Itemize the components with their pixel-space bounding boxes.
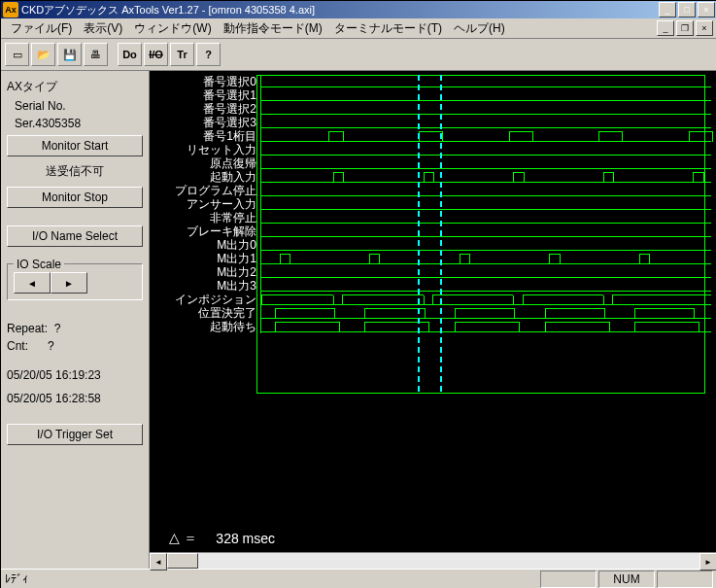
signal-label: インポジション — [150, 293, 260, 306]
scroll-left-button[interactable]: ◄ — [150, 553, 167, 571]
tr-button[interactable]: Tr — [170, 43, 194, 66]
signal-label: M出力2 — [150, 265, 260, 279]
signal-waveform — [260, 279, 711, 293]
scale-left-button[interactable]: ◄ — [14, 272, 51, 294]
signal-label: 番号選択2 — [150, 102, 260, 116]
signal-row: 番号選択2 — [150, 102, 711, 116]
minimize-button[interactable]: _ — [659, 2, 676, 17]
signal-waveform — [260, 116, 711, 129]
signal-waveform — [260, 75, 711, 88]
signal-row: 番号選択0 — [150, 75, 711, 88]
waveform-display[interactable]: 番号選択0番号選択1番号選択2番号選択3番号1桁目リセット入力原点復帰起動入力プ… — [150, 71, 716, 525]
signal-waveform — [260, 238, 711, 252]
help-button[interactable]: ? — [196, 43, 221, 66]
signal-label: ブレーキ解除 — [150, 225, 260, 238]
signal-row: 原点復帰 — [150, 156, 711, 170]
delta-symbol: △ ＝ — [169, 530, 197, 547]
signal-label: 起動入力 — [150, 170, 260, 184]
signal-waveform — [260, 211, 711, 225]
signal-row: 番号選択3 — [150, 116, 711, 129]
timeline-area: 番号選択0番号選択1番号選択2番号選択3番号1桁目リセット入力原点復帰起動入力プ… — [150, 71, 716, 569]
menu-view[interactable]: 表示(V) — [78, 18, 128, 39]
app-icon: Ax — [3, 2, 18, 17]
sidebar: AXタイプ Serial No. Ser.4305358 Monitor Sta… — [1, 71, 150, 569]
signal-row: M出力3 — [150, 279, 711, 293]
serial-label: Serial No. — [7, 99, 143, 113]
signal-label: M出力3 — [150, 279, 260, 293]
repeat-value: ? — [54, 322, 61, 335]
signal-waveform — [260, 265, 711, 279]
signal-waveform — [260, 156, 711, 170]
signal-row: M出力0 — [150, 238, 711, 252]
signal-waveform — [260, 293, 711, 306]
child-close-button[interactable]: × — [696, 20, 713, 36]
signal-waveform — [260, 197, 711, 211]
cnt-label: Cnt: — [7, 339, 28, 353]
io-scale-title: IO Scale — [14, 258, 64, 271]
signal-row: 起動待ち — [150, 320, 711, 333]
io-name-select-button[interactable]: I/O Name Select — [7, 225, 143, 247]
io-button[interactable]: I/O — [144, 43, 168, 66]
signal-row: 非常停止 — [150, 211, 711, 225]
status-ready: ﾚﾃﾞｨ — [5, 572, 28, 586]
statusbar: ﾚﾃﾞｨ NUM — [1, 569, 716, 588]
serial-value: Ser.4305358 — [7, 117, 143, 130]
status-cell-1 — [540, 571, 597, 588]
signal-label: 位置決完了 — [150, 306, 260, 320]
signal-label: M出力0 — [150, 238, 260, 252]
scroll-track[interactable] — [198, 553, 699, 569]
signal-label: 番号1桁目 — [150, 129, 260, 143]
menu-window[interactable]: ウィンドウ(W) — [128, 18, 217, 39]
monitor-stop-button[interactable]: Monitor Stop — [7, 187, 143, 208]
maximize-button[interactable]: □ — [678, 2, 696, 17]
signal-waveform — [260, 129, 711, 143]
signal-waveform — [260, 88, 711, 102]
time-cursor[interactable] — [418, 75, 420, 392]
delta-readout: △ ＝ 328 msec — [150, 525, 716, 552]
menu-opmode[interactable]: 動作指令モード(M) — [218, 18, 328, 39]
time-cursor[interactable] — [440, 75, 442, 392]
open-icon: 📂 — [37, 49, 51, 61]
scale-right-button[interactable]: ► — [51, 272, 87, 294]
signal-row: リセット入力 — [150, 143, 711, 156]
save-button[interactable]: 💾 — [57, 43, 82, 66]
repeat-label: Repeat: — [7, 322, 48, 335]
io-scale-group: IO Scale ◄ ► — [7, 263, 143, 300]
signal-label: 原点復帰 — [150, 156, 260, 170]
timestamp-2: 05/20/05 16:28:58 — [7, 392, 143, 405]
status-cell-3 — [657, 571, 713, 588]
menu-help[interactable]: ヘルプ(H) — [448, 18, 511, 39]
signal-label: 非常停止 — [150, 211, 260, 225]
signal-label: リセット入力 — [150, 143, 260, 156]
titlebar: Ax CKDアブソデックス AxTools Ver1.27 - [omron 4… — [1, 1, 716, 18]
window-title: CKDアブソデックス AxTools Ver1.27 - [omron 4305… — [21, 3, 659, 17]
signal-row: 番号1桁目 — [150, 129, 711, 143]
signal-label: 起動待ち — [150, 320, 260, 333]
status-num: NUM — [598, 571, 655, 588]
menu-termmode[interactable]: ターミナルモード(T) — [328, 18, 448, 39]
timestamp-1: 05/20/05 16:19:23 — [7, 368, 143, 382]
signal-label: 番号選択3 — [150, 116, 260, 129]
signal-row: 位置決完了 — [150, 306, 711, 320]
cnt-value: ? — [48, 339, 54, 353]
signal-row: インポジション — [150, 293, 711, 306]
new-button[interactable]: ▭ — [5, 43, 29, 66]
do-button[interactable]: Do — [118, 43, 142, 66]
io-trigger-set-button[interactable]: I/O Trigger Set — [7, 424, 143, 445]
print-button[interactable]: 🖶 — [84, 43, 108, 66]
open-button[interactable]: 📂 — [31, 43, 55, 66]
menu-file[interactable]: ファイル(F) — [5, 18, 78, 39]
horizontal-scrollbar[interactable]: ◄ ► — [150, 552, 716, 569]
signal-row: アンサー入力 — [150, 197, 711, 211]
monitor-start-button[interactable]: Monitor Start — [7, 135, 143, 156]
scroll-right-button[interactable]: ► — [699, 553, 716, 571]
signal-row: プログラム停止 — [150, 184, 711, 197]
child-minimize-button[interactable]: _ — [657, 20, 674, 36]
signal-row: M出力1 — [150, 252, 711, 265]
signal-label: M出力1 — [150, 252, 260, 265]
signal-row: ブレーキ解除 — [150, 225, 711, 238]
signal-row: 起動入力 — [150, 170, 711, 184]
child-restore-button[interactable]: ❐ — [676, 20, 694, 36]
scroll-thumb[interactable] — [167, 553, 198, 569]
close-button[interactable]: × — [698, 2, 715, 17]
